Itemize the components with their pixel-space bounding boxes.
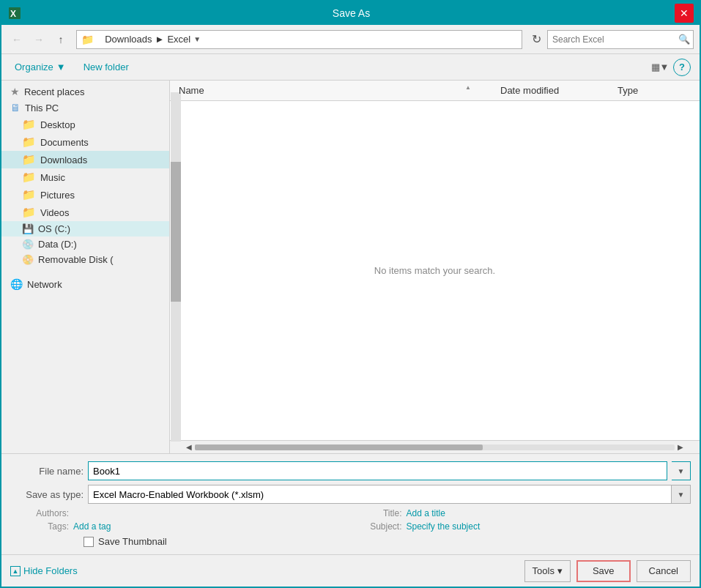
breadcrumb-downloads[interactable]: Downloads	[105, 34, 152, 45]
videos-folder-icon: 📁	[22, 206, 36, 219]
music-folder-icon: 📁	[22, 171, 36, 184]
up-button[interactable]: ↑	[51, 30, 70, 49]
organize-button[interactable]: Organize ▼	[10, 60, 70, 74]
column-name[interactable]: Name ▲	[179, 85, 500, 96]
file-list-body: No items match your search.	[170, 101, 700, 440]
sidebar-recent-places-label: Recent places	[24, 86, 84, 97]
svg-text:X: X	[10, 9, 16, 19]
file-name-dropdown[interactable]: ▼	[672, 461, 691, 480]
file-list: Name ▲ Date modified Type No items match…	[170, 81, 700, 453]
column-type[interactable]: Type	[617, 85, 691, 96]
dialog-title: Save As	[28, 7, 675, 19]
save-as-type-label: Save as type:	[10, 489, 84, 500]
organize-chevron: ▼	[56, 62, 66, 72]
save-as-type-dropdown[interactable]: ▼	[672, 485, 691, 504]
title-input[interactable]: Add a title	[407, 508, 445, 518]
save-form: File name: ▼ Save as type: Excel Macro-E…	[1, 453, 700, 554]
refresh-button[interactable]: ↻	[528, 31, 544, 48]
sidebar-videos-label: Videos	[40, 207, 70, 218]
recent-places-icon: ★	[10, 86, 20, 97]
file-name-input[interactable]	[88, 461, 667, 480]
sidebar-network-label: Network	[27, 279, 62, 290]
no-items-message: No items match your search.	[374, 265, 495, 276]
sidebar-item-videos[interactable]: 📁 Videos	[1, 204, 169, 221]
save-as-type-value: Excel Macro-Enabled Workbook (*.xlsm)	[88, 485, 672, 504]
footer: ▲ Hide Folders Tools ▾ Save Cancel	[1, 554, 700, 587]
sidebar-item-os-c[interactable]: 💾 OS (C:)	[1, 221, 169, 237]
column-date-label: Date modified	[500, 85, 559, 96]
hide-folders-label: Hide Folders	[23, 565, 78, 576]
close-button[interactable]: ✕	[675, 4, 694, 23]
title-label: Title:	[351, 508, 402, 518]
breadcrumb-folder-icon: 📁	[81, 34, 94, 45]
this-pc-icon: 🖥	[10, 102, 21, 113]
file-list-header: Name ▲ Date modified Type	[170, 81, 700, 101]
search-input[interactable]	[548, 34, 675, 45]
view-button[interactable]: ▦ ▼	[650, 58, 670, 77]
tags-input[interactable]: Add a tag	[73, 521, 111, 532]
tools-label: Tools	[533, 565, 555, 576]
back-button[interactable]: ←	[7, 30, 26, 49]
cancel-button[interactable]: Cancel	[637, 560, 691, 582]
breadcrumb[interactable]: 📁 Downloads ► Excel ▼	[76, 30, 522, 49]
search-button[interactable]: 🔍	[675, 31, 693, 48]
tools-button[interactable]: Tools ▾	[524, 560, 571, 582]
new-folder-button[interactable]: New folder	[79, 60, 133, 74]
search-box: 🔍	[547, 30, 694, 49]
sidebar-item-network[interactable]: 🌐 Network	[1, 276, 169, 292]
help-button[interactable]: ?	[673, 59, 691, 76]
main-content: ★ Recent places 🖥 This PC 📁 Desktop 📁 Do…	[1, 81, 700, 453]
breadcrumb-dropdown-icon[interactable]: ▼	[193, 35, 201, 43]
sidebar-item-removable[interactable]: 📀 Removable Disk (	[1, 252, 169, 267]
breadcrumb-separator	[97, 34, 102, 45]
subject-input[interactable]: Specify the subject	[407, 521, 481, 532]
new-folder-label: New folder	[84, 62, 129, 72]
save-button[interactable]: Save	[576, 560, 631, 582]
view-chevron: ▼	[660, 62, 670, 72]
sidebar-removable-label: Removable Disk (	[38, 254, 114, 265]
thumbnail-checkbox[interactable]	[84, 537, 94, 547]
h-scrollbar-track	[195, 444, 675, 450]
sidebar-os-c-label: OS (C:)	[38, 223, 70, 234]
footer-right: Tools ▾ Save Cancel	[524, 560, 691, 582]
thumbnail-row: Save Thumbnail	[10, 536, 691, 547]
authors-field: Authors:	[10, 508, 351, 518]
sidebar-item-pictures[interactable]: 📁 Pictures	[1, 186, 169, 204]
toolbar: Organize ▼ New folder ▦ ▼ ?	[1, 54, 700, 81]
column-type-label: Type	[617, 85, 638, 96]
title-bar: X Save As ✕	[1, 1, 700, 25]
hide-folders-button[interactable]: ▲ Hide Folders	[10, 565, 78, 576]
hide-folders-icon: ▲	[10, 566, 21, 576]
sidebar-item-desktop[interactable]: 📁 Desktop	[1, 116, 169, 133]
pictures-folder-icon: 📁	[22, 188, 36, 201]
sidebar-item-music[interactable]: 📁 Music	[1, 168, 169, 186]
network-icon: 🌐	[10, 278, 23, 290]
sidebar-documents-label: Documents	[40, 137, 89, 148]
scroll-right-button[interactable]: ▶	[675, 442, 686, 453]
file-name-row: File name: ▼	[10, 461, 691, 480]
title-field: Title: Add a title	[351, 508, 691, 518]
breadcrumb-path: Downloads ► Excel ▼	[105, 34, 201, 45]
os-c-icon: 💾	[22, 223, 34, 234]
tools-chevron: ▾	[557, 565, 563, 576]
subject-field: Subject: Specify the subject	[351, 521, 691, 532]
sidebar-item-documents[interactable]: 📁 Documents	[1, 133, 169, 151]
sidebar-item-downloads[interactable]: 📁 Downloads	[1, 151, 169, 168]
app-icon: X	[7, 6, 22, 21]
breadcrumb-excel[interactable]: Excel	[167, 34, 190, 45]
sidebar-pictures-label: Pictures	[40, 190, 75, 201]
sidebar-item-data-d[interactable]: 💿 Data (D:)	[1, 237, 169, 252]
documents-folder-icon: 📁	[22, 135, 36, 149]
forward-button[interactable]: →	[29, 30, 48, 49]
sidebar: ★ Recent places 🖥 This PC 📁 Desktop 📁 Do…	[1, 81, 170, 453]
sidebar-downloads-label: Downloads	[40, 155, 87, 165]
tags-field: Tags: Add a tag	[10, 521, 351, 532]
column-name-label: Name	[179, 85, 204, 96]
sidebar-item-recent-places[interactable]: ★ Recent places	[1, 83, 169, 100]
sidebar-item-this-pc[interactable]: 🖥 This PC	[1, 100, 169, 116]
scroll-left-button[interactable]: ◀	[183, 442, 195, 453]
desktop-folder-icon: 📁	[22, 118, 36, 131]
organize-label: Organize	[15, 62, 53, 72]
column-date-modified[interactable]: Date modified	[500, 85, 617, 96]
meta-left: Authors: Tags: Add a tag	[10, 508, 351, 532]
